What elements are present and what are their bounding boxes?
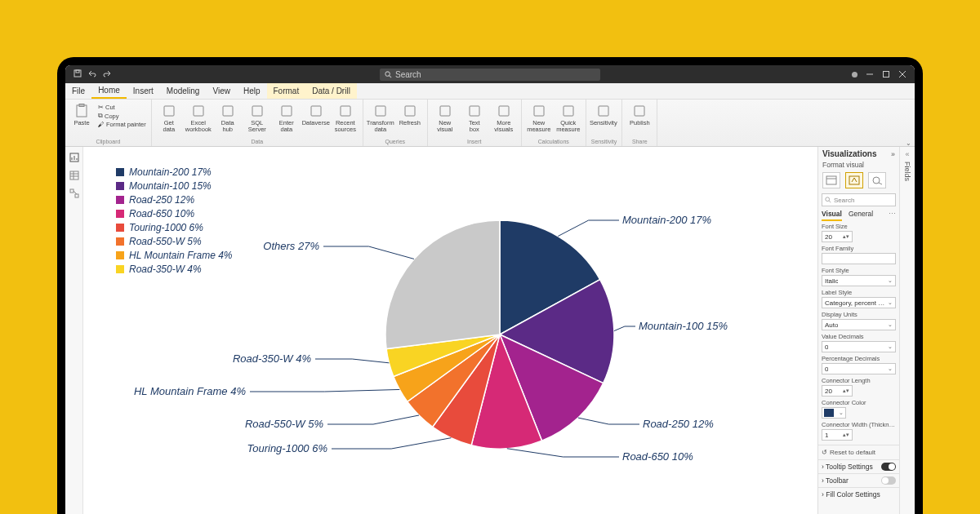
ribbon-icon — [632, 104, 647, 118]
toggle-icon[interactable] — [881, 463, 896, 471]
ribbon-text-box[interactable]: Textbox — [462, 102, 487, 138]
legend-item[interactable]: Touring-1000 6% — [116, 222, 233, 233]
collapse-panel-icon[interactable]: » — [891, 150, 895, 158]
pct_decimals-select[interactable]: 0⌄ — [822, 363, 896, 374]
field-label: Font Family — [822, 245, 896, 252]
menu-file[interactable]: File — [65, 83, 91, 99]
svg-rect-34 — [70, 189, 74, 193]
app-window: Search FileHomeInsertModelingViewHelpFor… — [65, 65, 915, 514]
reset-to-default[interactable]: ↺ Reset to default — [818, 445, 899, 459]
ribbon-new-visual[interactable]: Newvisual — [433, 102, 457, 138]
label_style-select[interactable]: Category, percent of to⌄ — [822, 297, 896, 308]
chevron-down-icon[interactable]: ⌄ — [888, 299, 893, 306]
display_units-select[interactable]: Auto⌄ — [822, 319, 896, 330]
report-view-icon[interactable] — [69, 152, 80, 163]
tab-visual[interactable]: Visual — [822, 210, 842, 221]
close-icon[interactable] — [898, 71, 906, 78]
report-canvas[interactable]: Mountain-200 17%Mountain-100 15%Road-250… — [83, 147, 817, 514]
fill-color-row[interactable]: › Fill Color Settings — [818, 487, 899, 501]
font_style-select[interactable]: Italic⌄ — [822, 275, 896, 286]
ribbon-new-measure[interactable]: Newmeasure — [527, 102, 551, 138]
ribbon-get-data[interactable]: Getdata — [157, 102, 181, 138]
save-icon[interactable] — [74, 69, 82, 79]
legend-item[interactable]: Road-550-W 5% — [116, 236, 233, 247]
tooltip-settings-row[interactable]: › Tooltip Settings — [818, 459, 899, 473]
model-view-icon[interactable] — [69, 188, 80, 199]
stepper-icon[interactable]: ▴▾ — [843, 233, 849, 240]
font_family-input[interactable] — [822, 253, 896, 264]
account-icon[interactable] — [852, 72, 858, 78]
menu-modeling[interactable]: Modeling — [160, 83, 207, 99]
minimize-icon[interactable] — [866, 71, 874, 78]
global-search[interactable]: Search — [380, 69, 600, 81]
chevron-down-icon[interactable]: ⌄ — [888, 343, 893, 350]
font_size-input[interactable]: 20▴▾ — [822, 231, 853, 242]
svg-rect-17 — [376, 106, 385, 116]
legend-swatch — [116, 251, 124, 259]
ribbon-refresh[interactable]: Refresh — [398, 102, 422, 138]
ribbon-recent-sources[interactable]: Recentsources — [333, 102, 358, 138]
menu-insert[interactable]: Insert — [127, 83, 160, 99]
menu-help[interactable]: Help — [237, 83, 267, 99]
ribbon-sql-server[interactable]: SQLServer — [245, 102, 270, 138]
ribbon-transform-data[interactable]: Transformdata — [368, 102, 393, 138]
ribbon-data-hub[interactable]: Datahub — [216, 102, 240, 138]
vis-search[interactable]: Search — [822, 193, 896, 206]
ribbon-dataverse[interactable]: Dataverse — [304, 102, 328, 138]
connector_width-input[interactable]: 1▴▾ — [822, 429, 853, 441]
menu-home[interactable]: Home — [91, 83, 127, 99]
connector_color-picker[interactable]: ⌄ — [822, 407, 846, 419]
stepper-icon[interactable]: ▴▾ — [843, 388, 849, 394]
ribbon-paste[interactable]: Paste — [70, 102, 93, 126]
ribbon-publish[interactable]: Publish — [627, 102, 652, 138]
ribbon-more-visuals[interactable]: Morevisuals — [492, 102, 516, 138]
ribbon-copy[interactable]: ⧉Copy — [98, 112, 146, 120]
ribbon-format-painter[interactable]: 🖌Format painter — [98, 121, 146, 128]
undo-icon[interactable] — [88, 69, 96, 79]
ribbon-excel-workbook[interactable]: Excelworkbook — [186, 102, 211, 138]
cut-icon: ✂ — [98, 104, 104, 111]
chevron-down-icon[interactable]: ⌄ — [888, 277, 893, 284]
data-view-icon[interactable] — [69, 170, 80, 181]
legend-item[interactable]: HL Mountain Frame 4% — [116, 250, 233, 261]
connector_length-input[interactable]: 20▴▾ — [822, 385, 853, 397]
legend-item[interactable]: Mountain-200 17% — [116, 166, 233, 178]
redo-icon[interactable] — [103, 69, 111, 79]
data-label: HL Mountain Frame 4% — [134, 385, 246, 397]
toggle-icon[interactable] — [881, 476, 896, 485]
legend-item[interactable]: Road-350-W 4% — [116, 264, 233, 275]
chevron-down-icon[interactable]: ⌄ — [839, 410, 844, 416]
maximize-icon[interactable] — [882, 71, 890, 78]
chevron-down-icon[interactable]: ⌄ — [888, 321, 893, 328]
analytics-icon[interactable] — [868, 172, 886, 188]
ribbon-enter-data[interactable]: Enterdata — [274, 102, 299, 138]
tab-more-icon[interactable]: ⋯ — [889, 210, 896, 221]
ribbon-quick-measure[interactable]: Quickmeasure — [556, 102, 581, 138]
pie-chart[interactable] — [377, 212, 622, 457]
collapse-ribbon-icon[interactable]: ⌄ — [906, 140, 911, 147]
chevron-down-icon[interactable]: ⌄ — [888, 366, 893, 372]
value_decimals-select[interactable]: 0⌄ — [822, 341, 896, 352]
menu-format[interactable]: Format — [267, 83, 306, 99]
field-label: Percentage Decimals — [822, 355, 896, 362]
ribbon-sensitivity[interactable]: Sensitivity — [591, 102, 616, 138]
legend-swatch — [116, 224, 124, 232]
stepper-icon[interactable]: ▴▾ — [843, 432, 849, 438]
legend-item[interactable]: Road-650 10% — [116, 208, 233, 219]
legend-item[interactable]: Mountain-100 15% — [116, 180, 233, 192]
build-visual-icon[interactable] — [822, 172, 840, 188]
toolbar-row[interactable]: › Toolbar — [818, 473, 899, 487]
menu-data-drill[interactable]: Data / Drill — [305, 83, 357, 99]
ribbon-icon — [561, 104, 576, 118]
ribbon-cut[interactable]: ✂Cut — [98, 104, 146, 111]
tab-general[interactable]: General — [849, 210, 873, 221]
menu-view[interactable]: View — [206, 83, 237, 99]
ribbon-icon — [191, 104, 206, 118]
svg-rect-24 — [599, 106, 608, 116]
legend-item[interactable]: Road-250 12% — [116, 194, 233, 206]
pie-slice[interactable] — [385, 220, 500, 349]
fields-rail[interactable]: « Fields — [900, 147, 915, 514]
format-visual-icon[interactable] — [845, 172, 863, 188]
collapse-fields-icon[interactable]: « — [905, 150, 909, 158]
ribbon-icon — [338, 104, 353, 118]
